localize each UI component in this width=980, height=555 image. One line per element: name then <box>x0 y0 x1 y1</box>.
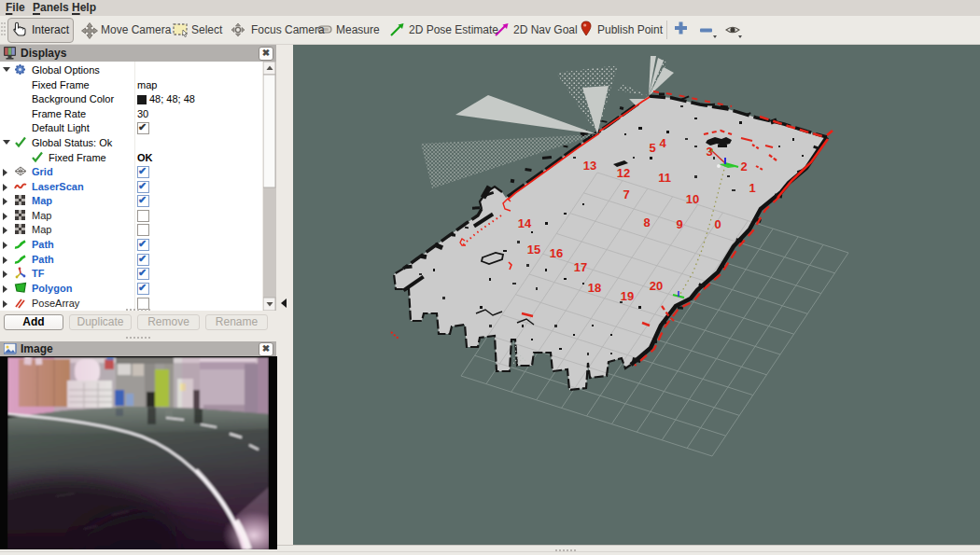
svg-text:0: 0 <box>714 217 721 231</box>
svg-text:8: 8 <box>643 215 650 229</box>
svg-text:2: 2 <box>740 160 747 173</box>
svg-text:16: 16 <box>550 246 563 260</box>
svg-text:12: 12 <box>617 166 630 180</box>
svg-text:7: 7 <box>623 187 629 201</box>
svg-text:17: 17 <box>574 260 587 274</box>
svg-text:18: 18 <box>588 281 601 295</box>
svg-text:9: 9 <box>676 217 682 231</box>
svg-text:13: 13 <box>583 159 596 173</box>
svg-text:15: 15 <box>527 243 540 257</box>
svg-text:10: 10 <box>686 192 699 206</box>
svg-text:11: 11 <box>658 171 671 185</box>
svg-text:4: 4 <box>659 136 666 150</box>
svg-text:19: 19 <box>621 289 634 303</box>
svg-text:14: 14 <box>518 216 532 230</box>
svg-text:3: 3 <box>706 145 712 159</box>
svg-text:5: 5 <box>649 141 655 155</box>
svg-text:20: 20 <box>650 279 663 293</box>
svg-text:1: 1 <box>749 181 755 195</box>
